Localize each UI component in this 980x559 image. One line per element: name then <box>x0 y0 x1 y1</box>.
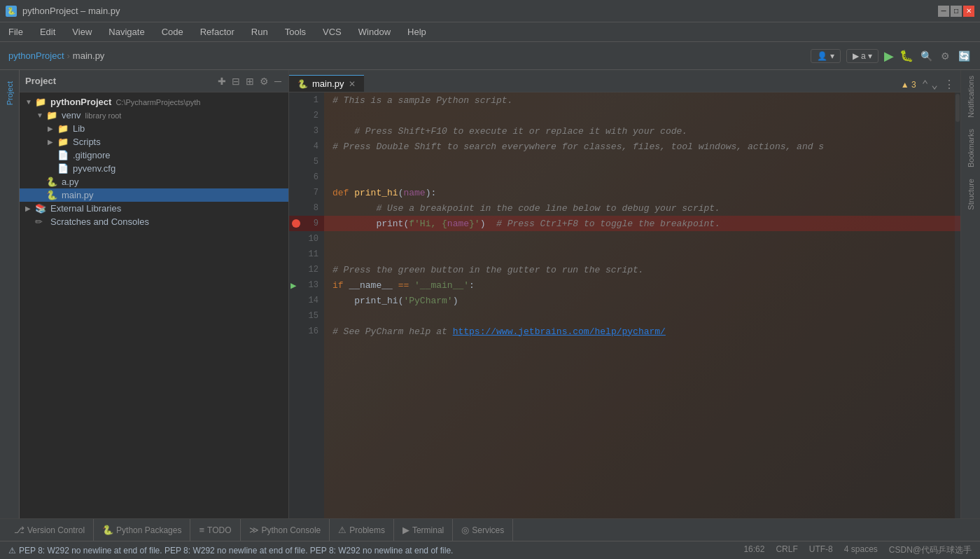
tab-python-console[interactable]: ≫ Python Console <box>241 519 330 541</box>
minimize-button[interactable]: ─ <box>938 6 949 17</box>
tree-item-apy[interactable]: ▶ 🐍 a.py <box>20 175 288 188</box>
line-num-8: 8 <box>289 200 324 216</box>
breadcrumb-file: main.py <box>73 50 105 61</box>
tab-services[interactable]: ◎ Services <box>453 519 513 541</box>
tab-todo[interactable]: ≡ TODO <box>190 519 240 541</box>
status-warning-text: PEP 8: W292 no newline at end of file. P… <box>19 546 453 555</box>
tree-item-lib[interactable]: ▶ 📁 Lib <box>20 122 288 135</box>
tree-label-lib: Lib <box>73 123 85 134</box>
menu-bar: File Edit View Navigate Code Refactor Ru… <box>0 22 980 42</box>
line-num-12: 12 <box>289 262 324 277</box>
folder-icon-root: 📁 <box>35 97 48 107</box>
tree-arrow-lib: ▶ <box>48 125 57 132</box>
menu-refactor[interactable]: Refactor <box>197 25 237 39</box>
tree-label-apy: a.py <box>62 177 79 187</box>
settings-button[interactable]: ⚙ <box>939 49 951 63</box>
tree-venv-suffix: library root <box>85 111 121 120</box>
menu-tools[interactable]: Tools <box>282 25 309 39</box>
new-file-button[interactable]: ✚ <box>216 74 227 88</box>
tree-item-mainpy[interactable]: ▶ 🐍 main.py <box>20 188 288 202</box>
tree-arrow-root: ▼ <box>25 98 35 106</box>
chevron-up-icon[interactable]: ⌃ <box>922 78 929 92</box>
code-content[interactable]: # This is a sample Python script. # Pres… <box>324 92 960 518</box>
code-editor[interactable]: 1 2 3 4 5 6 7 8 9 10 11 12 ▶ 13 14 <box>289 92 960 518</box>
tree-item-scratches[interactable]: ▶ ✏ Scratches and Consoles <box>20 215 288 228</box>
collapse-all-button[interactable]: ⊟ <box>230 74 241 88</box>
run-config-button[interactable]: ▶ a ▾ <box>846 49 878 63</box>
line-num-15: 15 <box>289 308 324 324</box>
bottom-tabs: ⎇ Version Control 🐍 Python Packages ≡ TO… <box>0 518 980 541</box>
panel-close-button[interactable]: ─ <box>273 74 283 88</box>
tab-mainpy[interactable]: 🐍 main.py ✕ <box>289 75 364 92</box>
menu-code[interactable]: Code <box>159 25 186 39</box>
tree-item-scripts[interactable]: ▶ 📁 Scripts <box>20 135 288 149</box>
menu-run[interactable]: Run <box>248 25 271 39</box>
user-button[interactable]: 👤 ▾ <box>811 49 840 63</box>
menu-navigate[interactable]: Navigate <box>106 25 147 39</box>
menu-vcs[interactable]: VCS <box>320 25 344 39</box>
tab-problems[interactable]: ⚠ Problems <box>330 519 394 541</box>
python-console-icon: ≫ <box>249 525 259 535</box>
line-num-2: 2 <box>289 108 324 123</box>
status-extra: CSDN@代码乒球选手 <box>889 544 972 556</box>
tab-pp-label: Python Packages <box>116 525 181 535</box>
status-warning: ⚠ PEP 8: W292 no newline at end of file.… <box>8 546 453 555</box>
line-num-13: ▶ 13 <box>289 277 324 293</box>
expand-all-button[interactable]: ⊞ <box>244 74 255 88</box>
tab-version-control[interactable]: ⎇ Version Control <box>6 519 94 541</box>
tree-arrow-scripts: ▶ <box>48 138 57 146</box>
menu-edit[interactable]: Edit <box>37 25 58 39</box>
tree-label-gitignore: .gitignore <box>73 150 110 160</box>
tab-services-label: Services <box>472 525 504 535</box>
terminal-icon: ▶ <box>402 525 410 535</box>
sidebar-notifications[interactable]: Notifications <box>964 70 978 123</box>
left-sidebar-tab: Project <box>0 70 20 518</box>
tree-item-gitignore[interactable]: ▶ 📄 .gitignore <box>20 149 288 162</box>
code-line-4: # Press Double Shift to search everywher… <box>324 139 960 154</box>
tab-terminal[interactable]: ▶ Terminal <box>394 519 453 541</box>
tree-item-root[interactable]: ▼ 📁 pythonProject C:\PycharmProjects\pyt… <box>20 95 288 109</box>
run-arrow-icon: ▶ <box>290 280 296 291</box>
tab-python-packages[interactable]: 🐍 Python Packages <box>94 519 190 541</box>
file-icon-gitignore: 📄 <box>57 150 70 160</box>
breadcrumb-project[interactable]: pythonProject <box>8 50 64 61</box>
menu-view[interactable]: View <box>69 25 94 39</box>
sidebar-tab-project[interactable]: Project <box>3 76 17 111</box>
tree-label-scripts: Scripts <box>73 137 101 147</box>
maximize-button[interactable]: □ <box>951 6 962 17</box>
status-line-ending[interactable]: CRLF <box>776 544 797 556</box>
toolbar-right: 👤 ▾ ▶ a ▾ ▶ 🐛 🔍 ⚙ 🔄 <box>811 48 972 64</box>
sidebar-bookmarks[interactable]: Bookmarks <box>964 123 978 173</box>
line-num-6: 6 <box>289 170 324 185</box>
line-num-14: 14 <box>289 293 324 308</box>
tree-item-extlib[interactable]: ▶ 📚 External Libraries <box>20 202 288 215</box>
debug-button[interactable]: 🐛 <box>899 49 913 62</box>
menu-file[interactable]: File <box>6 25 26 39</box>
file-icon-apy: 🐍 <box>46 177 59 187</box>
tree-item-pyvenv[interactable]: ▶ 📄 pyvenv.cfg <box>20 162 288 175</box>
code-line-16: # See PyCharm help at https://www.jetbra… <box>324 324 960 339</box>
tab-close-button[interactable]: ✕ <box>349 79 356 89</box>
line-gutter: 1 2 3 4 5 6 7 8 9 10 11 12 ▶ 13 14 <box>289 92 324 518</box>
gear-icon[interactable]: ⚙ <box>258 74 270 88</box>
chevron-down-icon[interactable]: ⌄ <box>931 78 938 92</box>
menu-help[interactable]: Help <box>405 25 429 39</box>
tab-filename: main.py <box>312 78 344 89</box>
close-button[interactable]: ✕ <box>963 6 974 17</box>
version-control-icon: ⎇ <box>14 525 24 535</box>
line-num-9: 9 <box>289 216 324 231</box>
search-button[interactable]: 🔍 <box>919 49 934 63</box>
run-button[interactable]: ▶ <box>884 48 894 64</box>
menu-window[interactable]: Window <box>356 25 393 39</box>
line-num-10: 10 <box>289 231 324 247</box>
status-indent[interactable]: 4 spaces <box>844 544 878 556</box>
tree-item-venv[interactable]: ▼ 📁 venv library root <box>20 109 288 122</box>
sidebar-structure[interactable]: Structure <box>964 173 978 216</box>
status-encoding[interactable]: UTF-8 <box>809 544 833 556</box>
update-button[interactable]: 🔄 <box>957 49 972 63</box>
folder-icon-lib: 📁 <box>57 123 70 134</box>
tree-label-mainpy: main.py <box>62 190 94 200</box>
panel-actions: ✚ ⊟ ⊞ ⚙ ─ <box>216 74 283 88</box>
more-options-icon[interactable]: ⋮ <box>944 78 955 92</box>
status-position[interactable]: 16:62 <box>743 544 764 556</box>
